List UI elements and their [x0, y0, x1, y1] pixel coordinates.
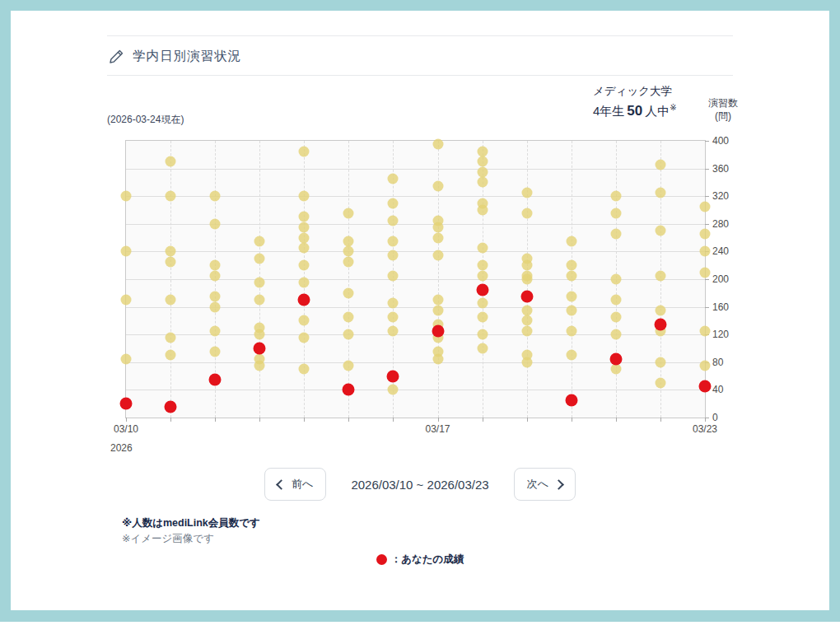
your-score-dot [654, 318, 666, 330]
divider-mid [107, 75, 733, 76]
x-axis-tick [170, 418, 171, 422]
peer-dot [343, 287, 354, 298]
peer-dot [388, 270, 399, 281]
peer-dot [566, 305, 576, 315]
prev-button[interactable]: 前へ [264, 468, 326, 501]
peer-dot [700, 361, 711, 371]
x-axis-year-label: 2026 [110, 442, 133, 454]
cohort-note-mark: ※ [670, 103, 676, 112]
x-axis-tick-label: 03/17 [426, 423, 450, 435]
peer-dot [432, 139, 443, 150]
y-axis-tick-label: 360 [712, 163, 729, 175]
peer-dot [343, 236, 354, 246]
peer-dot [700, 229, 711, 240]
peer-dot [254, 253, 265, 264]
y-axis-tick-label: 200 [712, 273, 729, 285]
page-frame: 学内日別演習状況 (2026-03-24現在) メディック大学 4年生50人中※… [0, 0, 840, 622]
your-score-dot [120, 398, 133, 410]
x-axis-tick [126, 418, 127, 422]
peer-dot [343, 246, 354, 257]
peer-dot [477, 146, 488, 156]
peer-dot [166, 257, 176, 268]
legend: ：あなたの成績 [11, 553, 829, 567]
peer-dot [521, 315, 532, 326]
peer-dot [210, 292, 221, 302]
x-axis-tick [705, 418, 706, 422]
your-score-dot [699, 380, 712, 393]
peer-dot [166, 191, 176, 202]
your-score-dot [254, 343, 266, 355]
peer-dot [210, 191, 221, 202]
peer-dot [299, 364, 310, 375]
peer-dot [521, 357, 532, 367]
peer-dot [477, 243, 488, 254]
peer-dot [521, 208, 532, 219]
x-axis-tick [304, 418, 305, 422]
x-axis-tick [660, 418, 661, 422]
footnotes: ※人数はmediLink会員数です ※イメージ画像です [122, 516, 260, 547]
peer-dot [388, 326, 399, 337]
pencil-icon [109, 49, 124, 64]
y-axis-tick-label: 280 [712, 218, 729, 230]
peer-dot [343, 361, 354, 371]
y-axis-tick [705, 141, 709, 142]
y-axis-tick-label: 0 [712, 412, 718, 423]
peer-dot [166, 333, 176, 343]
peer-dot [254, 329, 265, 340]
y-axis-title: 演習数 (問) [699, 96, 747, 123]
peer-dot [343, 312, 354, 323]
peer-dot [343, 257, 354, 268]
peer-dot [299, 278, 310, 288]
your-score-dot [298, 294, 310, 306]
x-axis-tick [616, 418, 617, 422]
peer-dot [477, 270, 488, 281]
peer-dot [121, 246, 132, 257]
peer-dot [610, 364, 621, 375]
peer-dot [299, 260, 310, 271]
peer-dot [254, 278, 265, 288]
peer-dot [521, 188, 532, 198]
cohort-count: 50 [627, 103, 642, 119]
legend-your-score-dot [376, 554, 387, 565]
x-axis-tick [393, 418, 394, 422]
peer-dot [388, 312, 399, 323]
peer-dot [388, 298, 399, 309]
gridline-horizontal [126, 251, 705, 252]
peer-dot [299, 191, 310, 202]
chevron-left-icon [276, 479, 287, 490]
footnote-members: ※人数はmediLink会員数です [122, 516, 260, 531]
peer-dot [655, 378, 665, 389]
peer-dot [299, 333, 310, 343]
next-button[interactable]: 次へ [514, 468, 576, 501]
peer-dot [210, 260, 221, 271]
date-range-nav: 前へ 2026/03/10 ~ 2026/03/23 次へ [11, 468, 829, 501]
peer-dot [521, 305, 532, 315]
x-axis-tick [527, 418, 528, 422]
y-axis-title-line2: (問) [699, 110, 747, 123]
peer-dot [166, 350, 176, 361]
next-button-label: 次へ [527, 477, 548, 492]
peer-dot [388, 236, 399, 246]
peer-dot [299, 232, 310, 243]
peer-dot [610, 229, 621, 240]
gridline-horizontal [126, 169, 705, 170]
peer-dot [610, 274, 621, 285]
peer-dot [432, 353, 443, 364]
peer-dot [388, 215, 399, 226]
as-of-date: (2026-03-24現在) [107, 113, 184, 127]
gridline-horizontal [126, 390, 705, 390]
y-axis-tick [705, 196, 709, 197]
gridline-vertical [170, 141, 171, 418]
peer-dot [432, 305, 443, 315]
peer-dot [477, 312, 488, 323]
peer-dot [477, 298, 488, 309]
prev-button-label: 前へ [292, 477, 313, 492]
y-axis-tick-label: 160 [712, 301, 729, 313]
peer-dot [299, 212, 310, 222]
peer-dot [299, 243, 310, 254]
x-axis-tick-label: 03/23 [693, 423, 717, 435]
peer-dot [566, 326, 576, 337]
x-axis-tick [438, 418, 439, 422]
peer-dot [655, 270, 665, 281]
section-header: 学内日別演習状況 [109, 48, 241, 65]
